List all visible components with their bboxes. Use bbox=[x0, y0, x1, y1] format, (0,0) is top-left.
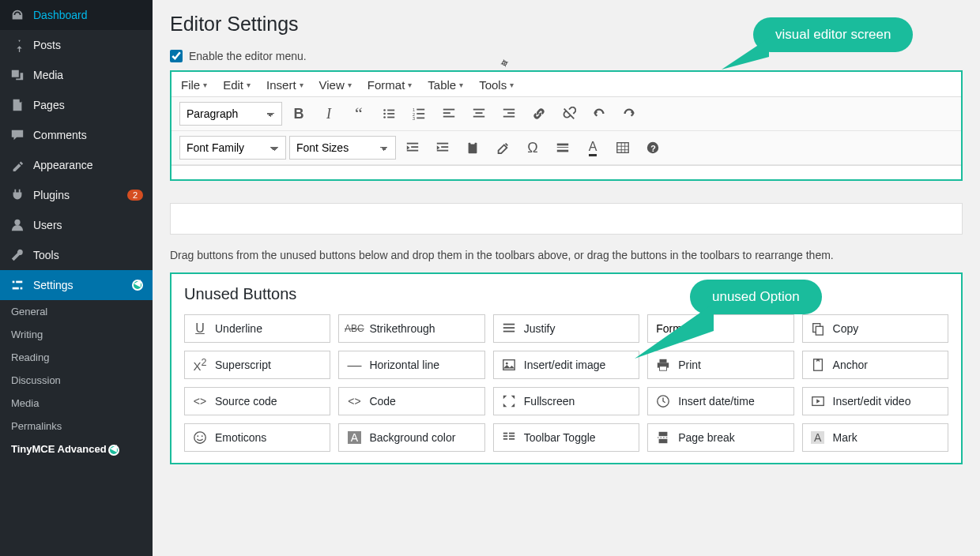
svg-rect-2 bbox=[16, 281, 22, 284]
dashboard-icon bbox=[9, 7, 25, 23]
submenu-discussion[interactable]: Discussion bbox=[0, 369, 153, 392]
unused-justify[interactable]: Justify bbox=[493, 314, 639, 343]
textcolor-button[interactable]: A bbox=[579, 136, 606, 160]
link-button[interactable] bbox=[526, 102, 552, 126]
svg-rect-14 bbox=[416, 113, 424, 115]
sidebar-item-settings[interactable]: Settings bbox=[0, 270, 153, 300]
unused-mark[interactable]: AMark bbox=[802, 423, 948, 452]
unused-emoticons[interactable]: Emoticons bbox=[184, 423, 330, 452]
svg-point-59 bbox=[202, 435, 203, 437]
sidebar-item-plugins[interactable]: Plugins2 bbox=[0, 180, 153, 210]
emoticon-icon bbox=[193, 430, 207, 445]
page-icon bbox=[9, 97, 25, 113]
menu-view[interactable]: View bbox=[319, 78, 352, 92]
svg-rect-36 bbox=[557, 150, 568, 152]
menu-table[interactable]: Table bbox=[428, 78, 463, 92]
sidebar-item-posts[interactable]: Posts bbox=[0, 30, 153, 60]
video-icon bbox=[811, 394, 825, 408]
unused-background-color[interactable]: ABackground color bbox=[338, 423, 484, 452]
unused-fullscreen[interactable]: Fullscreen bbox=[493, 387, 639, 415]
svg-rect-65 bbox=[509, 438, 514, 440]
omega-button[interactable]: Ω bbox=[519, 136, 546, 160]
unused-insert-date-time[interactable]: Insert date/time bbox=[647, 387, 793, 415]
indent-button[interactable] bbox=[429, 136, 456, 160]
sidebar-item-comments[interactable]: Comments bbox=[0, 120, 153, 150]
enable-menu-checkbox[interactable] bbox=[170, 50, 183, 62]
menu-edit[interactable]: Edit bbox=[223, 78, 251, 92]
unlink-button[interactable] bbox=[556, 102, 582, 126]
svg-rect-3 bbox=[13, 287, 19, 290]
unused-page-break[interactable]: Page break bbox=[647, 423, 793, 452]
unused-copy[interactable]: Copy bbox=[802, 314, 948, 343]
svg-point-7 bbox=[383, 113, 386, 115]
unused-superscript[interactable]: X2Superscript bbox=[184, 351, 330, 379]
unused-code[interactable]: <>Code bbox=[338, 387, 484, 415]
unused-insert-edit-image[interactable]: Insert/edit image bbox=[493, 351, 639, 379]
sidebar-item-tools[interactable]: Tools bbox=[0, 240, 153, 270]
drag-hint: Drag buttons from the unused buttons bel… bbox=[170, 249, 963, 261]
svg-rect-20 bbox=[473, 109, 484, 111]
sidebar-item-dashboard[interactable]: Dashboard bbox=[0, 0, 153, 30]
quote-button[interactable]: “ bbox=[345, 102, 372, 126]
unused-anchor[interactable]: Anchor bbox=[802, 351, 948, 379]
svg-point-5 bbox=[383, 109, 386, 111]
submenu-media[interactable]: Media bbox=[0, 392, 153, 415]
svg-rect-10 bbox=[387, 117, 394, 118]
unused-strikethrough[interactable]: ABCStrikethrough bbox=[338, 314, 484, 343]
font-size-select[interactable]: Font Sizes bbox=[289, 136, 396, 160]
main-content: visual editor screen unused Option ⌖ Edi… bbox=[153, 0, 980, 556]
sidebar-item-appearance[interactable]: Appearance bbox=[0, 150, 153, 180]
menu-file[interactable]: File bbox=[181, 78, 207, 92]
svg-point-57 bbox=[194, 432, 205, 443]
svg-rect-34 bbox=[557, 144, 568, 146]
sidebar-item-media[interactable]: Media bbox=[0, 60, 153, 90]
pin-icon bbox=[9, 37, 25, 53]
outdent-button[interactable] bbox=[399, 136, 426, 160]
format-select[interactable]: Paragraph bbox=[179, 102, 282, 126]
redo-button[interactable] bbox=[616, 102, 643, 126]
print-icon bbox=[656, 358, 670, 372]
font-family-select[interactable]: Font Family bbox=[179, 136, 286, 160]
admin-sidebar: DashboardPostsMediaPagesCommentsAppearan… bbox=[0, 0, 153, 556]
submenu-tinymce-advanced[interactable]: TinyMCE Advanced bbox=[0, 438, 153, 461]
menu-tools[interactable]: Tools bbox=[479, 78, 514, 92]
sidebar-item-pages[interactable]: Pages bbox=[0, 90, 153, 120]
unused-toolbar-toggle[interactable]: Toolbar Toggle bbox=[493, 423, 639, 452]
help-button[interactable]: ? bbox=[639, 136, 666, 160]
svg-rect-62 bbox=[503, 438, 507, 440]
svg-rect-37 bbox=[617, 143, 628, 153]
underline-icon: U bbox=[193, 321, 207, 336]
paste-button[interactable] bbox=[459, 136, 486, 160]
bold-button[interactable]: B bbox=[285, 102, 312, 126]
clear-button[interactable] bbox=[489, 136, 516, 160]
svg-rect-46 bbox=[503, 331, 514, 332]
submenu-general[interactable]: General bbox=[0, 300, 153, 323]
update-badge: 2 bbox=[127, 190, 143, 201]
unused-horizontal-line[interactable]: —Horizontal line bbox=[338, 351, 484, 379]
alignleft-button[interactable] bbox=[435, 102, 462, 126]
undo-button[interactable] bbox=[586, 102, 612, 126]
hr-button[interactable] bbox=[549, 136, 576, 160]
menu-format[interactable]: Format bbox=[368, 78, 413, 92]
alignright-button[interactable] bbox=[496, 102, 522, 126]
ul-button[interactable] bbox=[375, 102, 402, 126]
svg-rect-22 bbox=[473, 116, 484, 118]
unused-insert-edit-video[interactable]: Insert/edit video bbox=[802, 387, 948, 415]
aligncenter-button[interactable] bbox=[466, 102, 492, 126]
submenu-writing[interactable]: Writing bbox=[0, 323, 153, 346]
svg-rect-4 bbox=[21, 287, 23, 290]
svg-rect-28 bbox=[407, 150, 418, 152]
unused-source-code[interactable]: <>Source code bbox=[184, 387, 330, 415]
svg-rect-25 bbox=[503, 116, 514, 118]
submenu-permalinks[interactable]: Permalinks bbox=[0, 415, 153, 438]
cursor-annotation-icon bbox=[132, 280, 143, 291]
submenu-reading[interactable]: Reading bbox=[0, 346, 153, 369]
italic-button[interactable]: I bbox=[315, 102, 342, 126]
drop-area[interactable] bbox=[170, 203, 963, 235]
ol-button[interactable]: 123 bbox=[405, 102, 432, 126]
unused-underline[interactable]: UUnderline bbox=[184, 314, 330, 343]
table-button[interactable] bbox=[609, 136, 636, 160]
sidebar-item-users[interactable]: Users bbox=[0, 210, 153, 240]
menu-insert[interactable]: Insert bbox=[266, 78, 303, 92]
unused-print[interactable]: Print bbox=[647, 351, 793, 379]
